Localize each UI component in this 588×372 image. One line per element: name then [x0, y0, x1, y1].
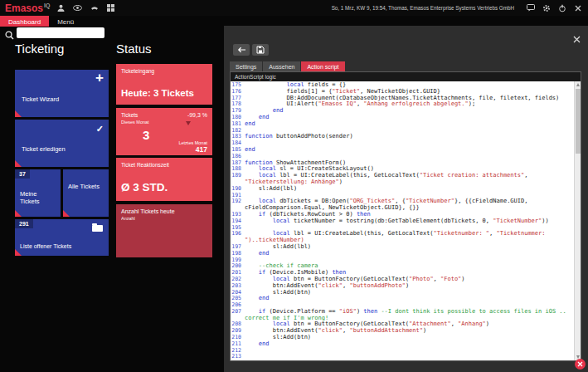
tile-tickets-monat[interactable]: Tickets Dieses Monat 3 -99,3 % Letztes M… [116, 108, 212, 155]
code-line: 179 end [231, 108, 574, 115]
tile-alle-tickets[interactable]: Alle Tickets [63, 169, 109, 217]
tile-reaktionszeit[interactable]: Ticket Reaktionszeit Ø 3 STD. [116, 158, 212, 201]
line-number: 189 [231, 173, 245, 179]
tile-meine-tickets[interactable]: 37 Meine Tickets [15, 169, 61, 217]
back-button[interactable] [233, 44, 250, 56]
code-line: 204 sl:Add(btn) [231, 290, 574, 296]
editor-content: ActionScript logic 175 local fields = {}… [230, 71, 581, 361]
line-code: local lbl = UI:CreateLabel(this, GetLoca… [245, 230, 549, 237]
code-line: 190 sl:Add(lbl) [231, 186, 574, 193]
line-code: "Ticketerstellung: Anhänge") [245, 179, 343, 185]
tile-subtitle: Dieses Monat [121, 120, 149, 125]
delta-value: -99,3 % [187, 112, 207, 118]
bottom-close-button[interactable] [575, 359, 586, 370]
corner-accent [15, 210, 22, 217]
line-code: DB:AddDocument(cDatabaseObjectNames.Tick… [245, 95, 559, 101]
line-code: end [245, 120, 255, 127]
code-line: 184 [231, 140, 574, 147]
line-code: end [245, 340, 270, 347]
tile-liste-offener-tickets[interactable]: 291 Liste offener Tickets [15, 219, 109, 256]
tile-ticket-wizard[interactable]: + Ticket Wizard [15, 70, 109, 117]
line-code: correct me if I'm wrong! [245, 315, 328, 321]
line-code: end [245, 250, 270, 257]
arrow-down-icon [186, 121, 191, 125]
section-title-status: Status [116, 42, 152, 56]
editor-panel: Settings Aussehen Action script ActionSc… [224, 26, 588, 372]
topbar: EmasosIQ So, 1 Mrz, KW 9, 19:54, Thomas,… [0, 0, 588, 16]
line-code: fields[1] = {"Ticket", NewTicketObject.G… [245, 88, 440, 95]
tile-ticket-erledigen[interactable]: ✓ Ticket erledigen [15, 120, 109, 167]
folder-icon [92, 225, 103, 232]
tab-settings[interactable]: Settings [230, 61, 262, 71]
corner-accent [15, 249, 22, 256]
line-code: local sl = UI:CreateStackLayout() [245, 165, 374, 172]
save-button[interactable] [252, 44, 269, 56]
line-code: local btn = ButtonFactory(GetLocalText("… [245, 276, 465, 282]
code-line: 212 [231, 348, 574, 355]
line-code: UI:Alert("Emasos IQ", "Anhang erfolgreic… [245, 100, 475, 107]
search-input[interactable] [17, 27, 104, 38]
tile-label: Ticket erledigen [22, 145, 66, 153]
code-line: 211 end [231, 341, 574, 348]
scrollbar-thumb[interactable] [576, 89, 581, 154]
menu-item-dashboard[interactable]: Dashboard [0, 16, 49, 27]
line-number: 196 [231, 231, 245, 237]
count-badge: 37 [15, 169, 30, 179]
tile-label: Ticket Wizard [22, 95, 59, 103]
tile-label: Meine Tickets [20, 190, 55, 206]
line-code: ")..ticketNumber) [245, 237, 304, 243]
tile-title: Tickets [121, 112, 138, 118]
line-code: cFieldComparison.Equal, NewTicketObject.… [245, 204, 420, 211]
logo-suffix: IQ [44, 2, 50, 8]
tile-value: Heute: 3 Tickets [121, 88, 194, 98]
line-number: 192 [231, 198, 245, 205]
line-number: 207 [231, 309, 245, 316]
phone-icon[interactable] [89, 2, 100, 13]
close-icon[interactable] [572, 2, 583, 13]
menu-item-menu[interactable]: Menü [49, 16, 82, 27]
code-lines[interactable]: 175 local fields = {}176 fields[1] = {"T… [231, 82, 574, 360]
tile-label: Liste offener Tickets [20, 243, 71, 251]
line-code: end [245, 107, 283, 114]
code-line: 213 [231, 354, 574, 360]
power-icon[interactable] [556, 2, 567, 13]
code-line: 210 sl:Add(btn) [231, 335, 574, 341]
code-editor[interactable]: 175 local fields = {}176 fields[1] = {"T… [231, 81, 581, 360]
editor-header: ActionScript logic [231, 72, 581, 81]
line-code: end [245, 295, 270, 301]
tab-aussehen[interactable]: Aussehen [263, 61, 300, 71]
user-icon[interactable] [56, 2, 66, 13]
line-code: local btn = ButtonFactory(GetLocalText("… [245, 321, 489, 327]
chat-icon[interactable] [525, 2, 536, 13]
check-icon: ✓ [96, 124, 104, 135]
eye-icon[interactable] [72, 2, 83, 13]
scrollbar[interactable] [574, 81, 581, 360]
apps-grid-icon[interactable] [105, 2, 116, 13]
tile-label: Alle Tickets [68, 183, 103, 190]
tile-title: Ticketeingang [121, 68, 154, 74]
line-code: sl:Add(btn) [245, 334, 311, 340]
panel-close-icon[interactable] [573, 32, 581, 39]
line-code: function ShowAttachmentForm() [245, 159, 346, 166]
tile-anzahl-tickets-heute[interactable]: Anzahl Tickets heute Anzahl [116, 204, 212, 257]
code-line: 183function buttonAddPhoto(sender) [231, 134, 574, 140]
gear-icon[interactable] [541, 2, 552, 13]
count-badge: 291 [15, 219, 33, 228]
code-line: 205 end [231, 296, 574, 302]
menubar: Dashboard Menü [0, 16, 82, 27]
line-code: if (dbTickets.RowCount > 0) then [245, 211, 371, 218]
line-code: --check if camera [245, 262, 318, 269]
code-line: 197 sl:Add(lbl) [231, 244, 574, 251]
search-icon [5, 28, 14, 43]
code-line: 198 end [231, 251, 574, 257]
line-code: btn:AddEvent("click", "buttonAddPhoto") [245, 282, 409, 289]
line-code: sl:Add(btn) [245, 289, 311, 296]
tile-ticketeingang[interactable]: Ticketeingang Heute: 3 Tickets [116, 64, 212, 105]
tile-title: Anzahl Tickets heute [121, 208, 175, 214]
line-code: local dbTickets = DB:Open("ORG_Tickets",… [245, 198, 527, 204]
line-code: if (Device.Platform == "iOS") then --I d… [245, 308, 566, 315]
topbar-actions [525, 2, 583, 13]
tab-action-script[interactable]: Action script [301, 61, 344, 71]
scroll-up-icon[interactable] [576, 83, 580, 86]
line-code: btn:AddEvent("click", "buttonAddAttachme… [245, 327, 426, 334]
